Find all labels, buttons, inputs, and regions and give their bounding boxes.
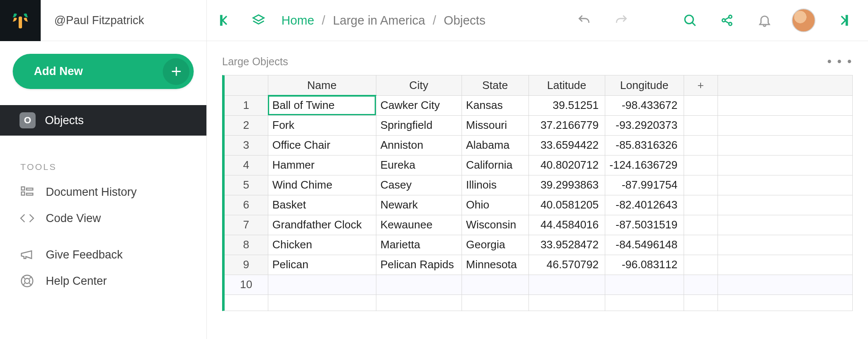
cell-empty[interactable] [684, 235, 718, 255]
cell-latitude[interactable]: 44.4584016 [529, 215, 605, 235]
cell-empty[interactable] [684, 195, 718, 215]
cell-empty[interactable] [684, 155, 718, 175]
cell-empty[interactable] [718, 235, 852, 255]
cell-longitude[interactable]: -96.083112 [605, 255, 684, 275]
cell-state[interactable]: Kansas [462, 95, 529, 115]
cell-city[interactable]: Cawker City [376, 95, 462, 115]
cell-name[interactable]: Grandfather Clock [268, 215, 376, 235]
cell-empty[interactable] [684, 255, 718, 275]
cell-name[interactable]: Chicken [268, 235, 376, 255]
cell-longitude[interactable] [605, 275, 684, 295]
cell-state[interactable]: California [462, 155, 529, 175]
collapse-sidebar-button[interactable] [215, 10, 236, 31]
breadcrumb-doc[interactable]: Large in America [333, 14, 425, 28]
cell-name[interactable]: Wind Chime [268, 175, 376, 195]
cell-latitude[interactable] [529, 275, 605, 295]
cell-empty[interactable] [718, 275, 852, 295]
cell-latitude[interactable]: 40.0581205 [529, 195, 605, 215]
cell-empty[interactable] [718, 195, 852, 215]
cell-name[interactable]: Ball of Twine [268, 95, 376, 115]
app-logo[interactable] [0, 0, 41, 41]
cell-latitude[interactable]: 40.8020712 [529, 155, 605, 175]
col-header-city[interactable]: City [376, 75, 462, 95]
cell-longitude[interactable]: -124.1636729 [605, 155, 684, 175]
cell-longitude[interactable]: -87.5031519 [605, 215, 684, 235]
cell-name[interactable] [268, 275, 376, 295]
cell-empty[interactable] [684, 175, 718, 195]
col-header-state[interactable]: State [462, 75, 529, 95]
section-title[interactable]: Large Objects [222, 56, 288, 68]
cell-latitude[interactable]: 33.9528472 [529, 235, 605, 255]
row-number[interactable]: 8 [225, 235, 268, 255]
cell-name[interactable]: Fork [268, 115, 376, 135]
col-header-name[interactable]: Name [268, 75, 376, 95]
cell-longitude[interactable]: -87.991754 [605, 175, 684, 195]
cell-empty[interactable] [718, 175, 852, 195]
row-number[interactable]: 4 [225, 155, 268, 175]
cell-empty[interactable] [684, 215, 718, 235]
tool-code-view[interactable]: Code View [0, 205, 206, 231]
cell-city[interactable] [376, 275, 462, 295]
redo-button[interactable] [611, 10, 632, 31]
cell-empty[interactable] [684, 95, 718, 115]
cell-city[interactable]: Casey [376, 175, 462, 195]
row-number[interactable]: 7 [225, 215, 268, 235]
cell-longitude[interactable]: -93.2920373 [605, 115, 684, 135]
cell-state[interactable]: Wisconsin [462, 215, 529, 235]
cell-latitude[interactable]: 39.51251 [529, 95, 605, 115]
cell-empty[interactable] [684, 275, 718, 295]
cell-name[interactable]: Basket [268, 195, 376, 215]
cell-latitude[interactable]: 46.570792 [529, 255, 605, 275]
cell-name[interactable]: Pelican [268, 255, 376, 275]
cell-empty[interactable] [684, 135, 718, 155]
cell-state[interactable]: Minnesota [462, 255, 529, 275]
cell-name[interactable]: Hammer [268, 155, 376, 175]
share-button[interactable] [717, 10, 737, 31]
notifications-button[interactable] [754, 10, 775, 31]
cell-name[interactable]: Office Chair [268, 135, 376, 155]
cell-latitude[interactable]: 33.6594422 [529, 135, 605, 155]
pages-icon-button[interactable] [248, 10, 269, 31]
cell-empty[interactable] [718, 155, 852, 175]
section-menu-button[interactable]: • • • [827, 55, 853, 68]
col-header-latitude[interactable]: Latitude [529, 75, 605, 95]
cell-longitude[interactable]: -85.8316326 [605, 135, 684, 155]
add-column-button[interactable]: + [684, 75, 718, 95]
cell-empty[interactable] [718, 95, 852, 115]
add-new-button[interactable]: Add New [13, 54, 194, 89]
cell-city[interactable]: Newark [376, 195, 462, 215]
cell-state[interactable] [462, 275, 529, 295]
cell-latitude[interactable]: 37.2166779 [529, 115, 605, 135]
cell-latitude[interactable]: 39.2993863 [529, 175, 605, 195]
row-number[interactable]: 2 [225, 115, 268, 135]
cell-state[interactable]: Georgia [462, 235, 529, 255]
cell-city[interactable]: Springfield [376, 115, 462, 135]
sidebar-item-objects[interactable]: O Objects [0, 105, 206, 136]
row-number[interactable]: 6 [225, 195, 268, 215]
expand-right-panel-button[interactable] [832, 10, 853, 31]
cell-empty[interactable] [684, 115, 718, 135]
col-header-longitude[interactable]: Longitude [605, 75, 684, 95]
cell-city[interactable]: Eureka [376, 155, 462, 175]
cell-city[interactable]: Anniston [376, 135, 462, 155]
cell-city[interactable]: Pelican Rapids [376, 255, 462, 275]
cell-state[interactable]: Missouri [462, 115, 529, 135]
breadcrumb-home[interactable]: Home [281, 14, 314, 28]
cell-state[interactable]: Illinois [462, 175, 529, 195]
new-row[interactable]: 10 [225, 275, 852, 295]
cell-city[interactable]: Marietta [376, 235, 462, 255]
row-number-header[interactable] [225, 75, 268, 95]
username[interactable]: @Paul Fitzpatrick [41, 0, 206, 41]
cell-longitude[interactable]: -98.433672 [605, 95, 684, 115]
cell-city[interactable]: Kewaunee [376, 215, 462, 235]
cell-state[interactable]: Alabama [462, 135, 529, 155]
avatar[interactable] [792, 8, 815, 32]
row-number[interactable]: 9 [225, 255, 268, 275]
undo-button[interactable] [574, 10, 594, 31]
tool-give-feedback[interactable]: Give Feedback [0, 242, 206, 268]
cell-empty[interactable] [718, 115, 852, 135]
row-number[interactable]: 5 [225, 175, 268, 195]
cell-state[interactable]: Ohio [462, 195, 529, 215]
cell-longitude[interactable]: -82.4012643 [605, 195, 684, 215]
row-number[interactable]: 1 [225, 95, 268, 115]
